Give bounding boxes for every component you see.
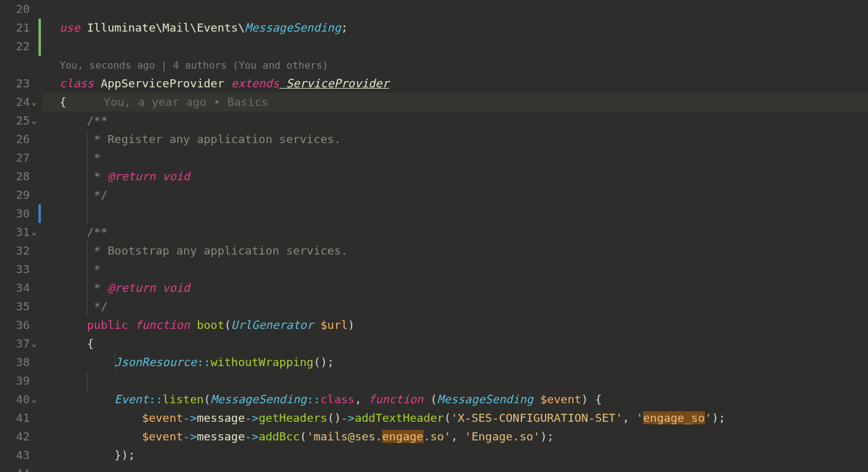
fold-chevron-icon[interactable]: ⌄ (30, 334, 38, 353)
line-number[interactable]: 36 (0, 316, 30, 334)
line-number[interactable] (0, 56, 30, 74)
line-number[interactable]: 28 (0, 167, 30, 186)
line-number[interactable]: 34 (0, 279, 30, 297)
line-number[interactable]: 40 (0, 390, 30, 409)
code-line[interactable] (42, 465, 868, 472)
line-number[interactable]: 25 (0, 111, 30, 130)
code-line[interactable]: JsonResource::withoutWrapping(); (42, 353, 868, 372)
line-number[interactable]: 24 (0, 93, 30, 111)
code-line[interactable]: $event->message->addBcc('mails@ses.engag… (42, 427, 868, 446)
line-number[interactable]: 35 (0, 297, 30, 316)
code-line[interactable]: * (42, 260, 868, 279)
line-number[interactable]: 22 (0, 37, 30, 56)
editor-overlay: 2021222324252627282930313233343536373839… (0, 0, 868, 472)
line-number[interactable]: 41 (0, 409, 30, 427)
line-number[interactable]: 42 (0, 427, 30, 446)
code-line[interactable]: $event->message->getHeaders()->addTextHe… (42, 409, 868, 427)
line-number[interactable]: 31 (0, 223, 30, 242)
line-number[interactable]: 39 (0, 372, 30, 390)
code-line[interactable] (42, 0, 868, 19)
code-line[interactable]: /** (42, 111, 868, 130)
line-number[interactable]: 44 (0, 465, 30, 472)
code-column[interactable]: use Illuminate\Mail\Events\MessageSendin… (42, 0, 868, 472)
code-line[interactable]: }); (42, 446, 868, 465)
code-line[interactable]: use Illuminate\Mail\Events\MessageSendin… (42, 19, 868, 37)
code-line[interactable]: * Bootstrap any application services. (42, 242, 868, 260)
line-number[interactable]: 29 (0, 186, 30, 204)
code-line[interactable] (42, 37, 868, 56)
code-line[interactable]: * @return void (42, 167, 868, 186)
codelens-blame[interactable]: You, seconds ago | 4 authors (You and ot… (42, 56, 868, 74)
line-number[interactable]: 43 (0, 446, 30, 465)
line-number[interactable]: 21 (0, 19, 30, 37)
inline-blame: You, a year ago • Basics (66, 95, 268, 108)
line-number[interactable]: 23 (0, 74, 30, 93)
code-line[interactable]: * (42, 149, 868, 167)
code-line[interactable] (42, 372, 868, 390)
fold-chevron-icon[interactable]: ⌄ (30, 93, 38, 111)
line-number[interactable]: 37 (0, 334, 30, 353)
code-line[interactable]: {You, a year ago • Basics (42, 93, 868, 111)
line-number[interactable]: 27 (0, 149, 30, 167)
git-added-marker[interactable] (38, 19, 41, 56)
blame-annotation[interactable]: You, seconds ago | 4 authors (You and ot… (42, 56, 328, 75)
code-line[interactable]: * @return void (42, 279, 868, 297)
fold-chevron-icon[interactable]: ⌄ (30, 223, 38, 242)
code-line[interactable]: public function boot(UrlGenerator $url) (42, 316, 868, 334)
gutter: 2021222324252627282930313233343536373839… (0, 0, 38, 472)
fold-chevron-icon[interactable]: ⌄ (30, 390, 38, 409)
code-line[interactable]: * Register any application services. (42, 130, 868, 149)
code-line[interactable]: Event::listen(MessageSending::class, fun… (42, 390, 868, 409)
line-number[interactable]: 30 (0, 204, 30, 223)
line-number[interactable]: 20 (0, 0, 30, 19)
code-line[interactable] (42, 204, 868, 223)
code-line[interactable]: */ (42, 186, 868, 204)
code-line[interactable]: */ (42, 297, 868, 316)
line-number[interactable]: 38 (0, 353, 30, 372)
line-number[interactable]: 32 (0, 242, 30, 260)
fold-chevron-icon[interactable]: ⌄ (30, 111, 38, 130)
git-modified-marker[interactable] (38, 204, 41, 223)
line-number[interactable]: 33 (0, 260, 30, 279)
code-line[interactable]: { (42, 334, 868, 353)
code-line[interactable]: class AppServiceProvider extends Service… (42, 74, 868, 93)
code-line[interactable]: /** (42, 223, 868, 242)
line-number[interactable]: 26 (0, 130, 30, 149)
